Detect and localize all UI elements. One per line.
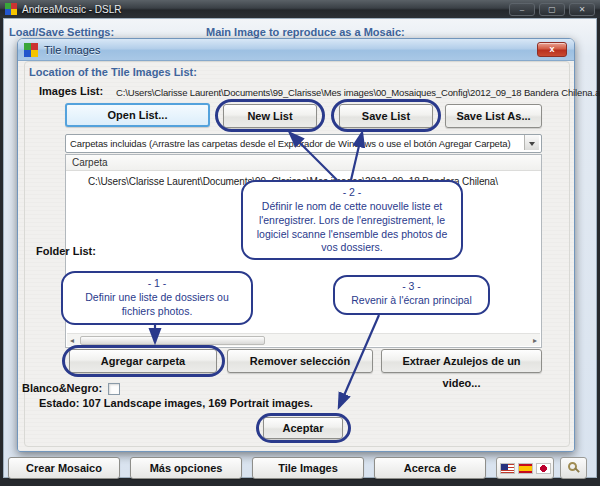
blanco-negro-label: Blanco&Negro: [22, 382, 102, 394]
folder-list-column-header[interactable]: Carpeta [66, 155, 541, 171]
acerca-de-button[interactable]: Acerca de [374, 457, 486, 479]
app-mosaic-icon [5, 3, 17, 15]
callout-3-number: - 3 - [343, 280, 480, 294]
images-list-path: C:\Users\Clarisse Laurent\Documents\99_C… [116, 87, 600, 98]
folder-list-label: Folder List: [36, 245, 96, 257]
spain-flag-icon [518, 463, 533, 474]
mas-opciones-button[interactable]: Más opciones [130, 457, 242, 479]
japan-flag-icon [536, 463, 551, 474]
horizontal-scrollbar[interactable]: ◂ ▸ [67, 333, 540, 346]
dialog-close-button[interactable]: x [537, 42, 567, 57]
main-image-label: Main Image to reproduce as a Mosaic: [206, 26, 405, 38]
folders-included-combobox[interactable]: Carpetas incluidas (Arrastre las carpeta… [65, 134, 542, 153]
callout-2-text: Définir le nom de cette nouvelle liste e… [257, 200, 448, 254]
scroll-left-icon[interactable]: ◂ [70, 336, 74, 345]
screen: AndreaMosaic - DSLR – ▢ ✕ Load/Save Sett… [0, 0, 600, 486]
callout-1-text: Definir une liste de dossiers ou fichier… [85, 291, 229, 317]
callout-2-number: - 2 - [251, 186, 453, 200]
images-list-label: Images List: [39, 85, 103, 97]
status-text: Estado: 107 Landscape images, 169 Portra… [39, 397, 313, 409]
scroll-right-icon[interactable]: ▸ [533, 336, 537, 345]
scrollbar-thumb[interactable] [80, 336, 265, 345]
save-list-button[interactable]: Save List [339, 104, 433, 128]
magnifier-button[interactable] [560, 457, 587, 479]
blanco-negro-checkbox[interactable] [108, 383, 120, 395]
minimize-button[interactable]: – [509, 3, 535, 16]
callout-2: - 2 - Définir le nom de cette nouvelle l… [241, 180, 463, 260]
remover-seleccion-button[interactable]: Remover selección [227, 349, 373, 373]
language-flags-button[interactable] [496, 457, 554, 479]
window-controls: – ▢ ✕ [509, 3, 595, 16]
tile-images-button[interactable]: Tile Images [252, 457, 364, 479]
maximize-button[interactable]: ▢ [539, 3, 565, 16]
location-group-title: Location of the Tile Images List: [29, 66, 197, 78]
open-list-button[interactable]: Open List... [65, 103, 210, 127]
dialog-titlebar[interactable]: Tile Images [18, 39, 574, 61]
tile-images-dialog: Tile Images x Location of the Tile Image… [17, 38, 575, 452]
window-close-button[interactable]: ✕ [569, 3, 595, 16]
new-list-button[interactable]: New List [223, 104, 317, 128]
crear-mosaico-button[interactable]: Crear Mosaico [8, 457, 120, 479]
callout-1: - 1 - Definir une liste de dossiers ou f… [61, 271, 253, 325]
load-save-settings-label: Load/Save Settings: [9, 26, 114, 38]
callout-3: - 3 - Revenir à l'écran principal [333, 275, 490, 315]
save-list-as-button[interactable]: Save List As... [445, 104, 542, 128]
chevron-down-icon [529, 142, 535, 146]
agregar-carpeta-button[interactable]: Agregar carpeta [69, 349, 217, 373]
dialog-title: Tile Images [44, 44, 100, 56]
magnifier-icon [568, 462, 577, 471]
callout-1-number: - 1 - [71, 277, 243, 291]
callout-3-text: Revenir à l'écran principal [351, 294, 471, 306]
window-title: AndreaMosaic - DSLR [22, 4, 121, 15]
combobox-dropdown-button[interactable] [524, 135, 539, 150]
aceptar-button[interactable]: Aceptar [263, 417, 343, 439]
extraer-azulejos-button[interactable]: Extraer Azulejos de un video... [381, 349, 542, 373]
dialog-mosaic-icon [24, 43, 38, 57]
window-titlebar[interactable]: AndreaMosaic - DSLR – ▢ ✕ [0, 0, 600, 18]
us-flag-icon [500, 463, 515, 474]
